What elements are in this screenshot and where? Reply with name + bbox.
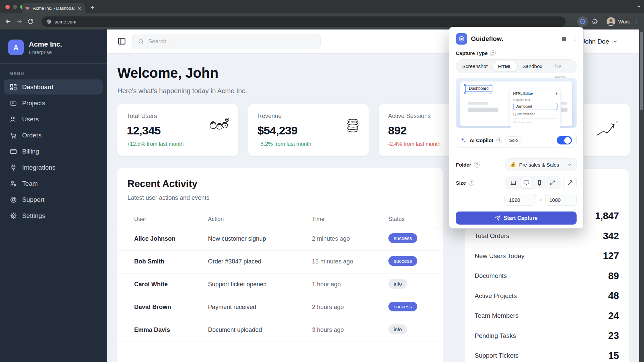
- sidebar-item-billing[interactable]: Billing: [4, 144, 103, 159]
- capture-tab-screenshot[interactable]: Screenshot: [457, 61, 493, 72]
- desktop-size-button[interactable]: [521, 177, 532, 188]
- sidebar-item-projects[interactable]: Projects: [4, 96, 103, 111]
- sidebar-item-orders[interactable]: Orders: [4, 128, 103, 143]
- capture-tab-live-demo[interactable]: Live Demo: [547, 61, 575, 72]
- stat-row: New Users Today127: [475, 246, 619, 266]
- stat-card-total-users: Total Users 12,345 +12.5% from last mont…: [117, 104, 238, 156]
- popup-settings-gear-icon[interactable]: [561, 36, 567, 42]
- help-icon[interactable]: [496, 137, 502, 143]
- scrollbar-thumb[interactable]: [640, 32, 643, 110]
- sidebar-item-dashboard[interactable]: Dashboard: [4, 79, 103, 95]
- sidebar-item-users[interactable]: Users: [4, 112, 103, 127]
- close-window-button[interactable]: [5, 5, 10, 9]
- browser-profile[interactable]: Work: [606, 17, 630, 26]
- dimension-inputs: ×: [456, 194, 577, 206]
- people-doodle-illustration: [209, 117, 230, 132]
- laptop-size-button[interactable]: [508, 177, 519, 188]
- forward-icon[interactable]: [16, 18, 23, 25]
- help-icon[interactable]: [474, 162, 480, 168]
- height-input[interactable]: [545, 194, 577, 206]
- stat-row-label: Support Tickets: [475, 352, 519, 359]
- search-input[interactable]: [148, 38, 315, 45]
- replace-text-input: Dashboard: [513, 103, 557, 110]
- table-row: Emma Davis Document uploaded 3 hours ago…: [117, 319, 443, 342]
- back-icon[interactable]: [5, 18, 11, 25]
- magic-wand-button[interactable]: [563, 176, 577, 189]
- sidebar-item-label: Orders: [22, 132, 42, 139]
- chevron-down-icon[interactable]: [637, 4, 641, 9]
- help-icon[interactable]: [469, 180, 474, 186]
- popup-menu-kebab-icon[interactable]: ⋮: [573, 38, 577, 40]
- mobile-size-button[interactable]: [534, 177, 545, 188]
- stat-row-value: 127: [603, 250, 619, 261]
- sidebar-item-team[interactable]: Team: [4, 176, 103, 191]
- user-menu[interactable]: John Doe: [582, 29, 618, 54]
- dimension-separator: ×: [539, 197, 542, 203]
- badge-label: success: [388, 302, 417, 311]
- column-header-status: Status: [388, 216, 405, 223]
- sidebar-item-label: Support: [22, 196, 45, 203]
- capture-type-row: Capture Type: [456, 50, 577, 56]
- table-row: David Brown Payment received 2 hours ago…: [117, 296, 443, 319]
- screen: Acme Inc. - Dashboard ✕ + acme.com: [0, 0, 644, 362]
- sidebar-item-label: Integrations: [22, 164, 55, 171]
- panel-title: Recent Activity: [127, 178, 197, 189]
- sidebar-item-integrations[interactable]: Integrations: [4, 160, 103, 175]
- search-bar[interactable]: [132, 34, 321, 49]
- ai-mode-pill[interactable]: Solo: [505, 136, 522, 144]
- toggle-knob: [564, 137, 571, 144]
- help-icon[interactable]: [490, 50, 496, 56]
- browser-tab[interactable]: Acme Inc. - Dashboard ✕: [22, 3, 85, 13]
- capture-tab-sandbox[interactable]: Sandbox: [518, 61, 547, 72]
- tab-title: Acme Inc. - Dashboard: [33, 6, 74, 11]
- selection-handle: [490, 92, 491, 94]
- badge-label: success: [388, 256, 417, 266]
- folder-select[interactable]: 💰 Pre-sales & Sales: [505, 158, 577, 171]
- stat-row-value: 23: [608, 330, 619, 341]
- size-row: Size: [456, 176, 577, 189]
- start-capture-button[interactable]: Start Capture: [456, 212, 577, 225]
- fullscreen-size-button[interactable]: [547, 177, 558, 188]
- moneybag-icon: 💰: [510, 162, 516, 168]
- address-bar[interactable]: acme.com: [42, 16, 566, 27]
- ai-copilot-toggle[interactable]: [557, 136, 572, 144]
- column-header-user: User: [134, 216, 146, 223]
- width-input[interactable]: [504, 194, 536, 206]
- reload-icon[interactable]: [28, 18, 34, 24]
- cell-time: 2 minutes ago: [312, 235, 350, 242]
- tab-close-icon[interactable]: ✕: [77, 6, 82, 11]
- sidebar-item-support[interactable]: Support: [4, 192, 103, 207]
- status-badge: success: [388, 256, 417, 266]
- sidebar: A Acme Inc. Enterprise MENU Dashboard Pr…: [0, 29, 107, 362]
- sidebar-toggle-icon[interactable]: [117, 37, 126, 46]
- cell-time: 2 hours ago: [312, 304, 344, 311]
- sidebar-item-label: Team: [22, 180, 38, 187]
- sidebar-item-label: Dashboard: [22, 83, 53, 91]
- new-tab-button[interactable]: +: [88, 3, 97, 12]
- capture-tab-html[interactable]: HTML: [493, 61, 518, 72]
- html-editor-panel: HTML Editor+ Replace text Dashboard {·} …: [510, 89, 561, 128]
- capture-preview-illustration: Dashboard HTML Editor+ Replace text Dash…: [456, 78, 577, 128]
- capture-type-label: Capture Type: [456, 50, 488, 56]
- guideflow-extension-icon[interactable]: [577, 16, 588, 27]
- extensions-puzzle-icon[interactable]: [592, 18, 598, 25]
- popup-actions: ⋮: [561, 36, 577, 42]
- stat-row: Documents89: [475, 266, 619, 286]
- stat-row-label: Documents: [475, 272, 507, 280]
- stat-row: Support Tickets15: [475, 346, 619, 362]
- minimize-window-button[interactable]: [13, 5, 17, 9]
- table-row: Carol White Support ticket opened 1 hour…: [117, 274, 443, 296]
- status-badge: info: [388, 324, 407, 334]
- ai-copilot-label: AI Copilot: [470, 137, 493, 143]
- stat-row: Total Orders342: [475, 226, 619, 246]
- org-switcher[interactable]: A Acme Inc. Enterprise: [0, 29, 107, 64]
- stat-card-revenue: Revenue $54,239 +8.2% from last month: [248, 104, 369, 156]
- browser-menu-kebab-icon[interactable]: ⋮: [634, 21, 639, 22]
- folder-value: Pre-sales & Sales: [519, 162, 564, 168]
- sidebar-item-label: Settings: [22, 212, 45, 220]
- size-label: Size: [456, 180, 466, 186]
- sidebar-item-label: Projects: [22, 100, 45, 107]
- table-row: Alice Johnson New customer signup 2 minu…: [117, 228, 443, 251]
- table-header: User Action Time Status: [117, 212, 443, 228]
- sidebar-item-settings[interactable]: Settings: [4, 208, 103, 223]
